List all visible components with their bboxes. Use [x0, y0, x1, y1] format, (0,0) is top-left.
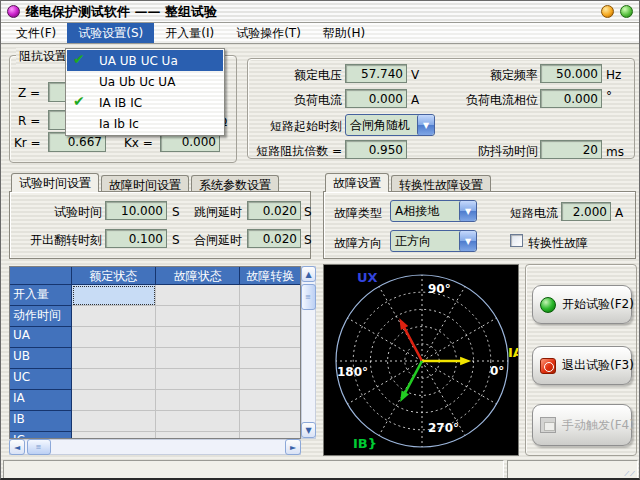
sc-start-combobox[interactable]: 合闸角随机 ▼ — [345, 114, 435, 136]
parameter-groupbox: 额定电压 57.740 V 额定频率 50.000 Hz 负荷电流 0.000 … — [247, 58, 635, 159]
manual-trigger-button[interactable]: 手动触发(F4) — [532, 404, 632, 446]
fault-dir-dropdown-arrow-icon[interactable]: ▼ — [459, 231, 476, 251]
vertical-scroll-thumb[interactable]: ≡ — [301, 284, 316, 310]
row-header[interactable]: UC — [10, 369, 72, 390]
close-button[interactable] — [620, 5, 633, 18]
menu-item-ia-ib-ic[interactable]: Ia Ib Ic — [67, 113, 223, 134]
ia-phasor-label: IA — [508, 345, 518, 360]
scroll-up-icon[interactable]: ▲ — [301, 266, 316, 282]
tab-test-time-settings[interactable]: 试验时间设置 — [11, 173, 99, 192]
menu-item-uaubuc-ua[interactable]: Ua Ub Uc UA — [67, 71, 223, 92]
menu-test-settings[interactable]: 试验设置(S) — [67, 23, 154, 43]
load-phase-field[interactable]: 0.000 — [540, 89, 602, 108]
table-cell[interactable] — [72, 306, 156, 327]
table-cell[interactable] — [156, 369, 240, 390]
flip-time-field[interactable]: 0.100 — [105, 229, 167, 248]
test-time-field[interactable]: 10.000 — [105, 201, 167, 220]
table-cell[interactable] — [72, 369, 156, 390]
menu-item-label: Ua Ub Uc UA — [99, 75, 175, 89]
table-horizontal-scrollbar[interactable] — [9, 439, 301, 455]
table-cell[interactable] — [156, 390, 240, 411]
debounce-field[interactable]: 20 — [540, 140, 602, 159]
table-cell[interactable] — [240, 432, 300, 439]
scroll-left-icon[interactable]: ◄ — [9, 439, 25, 455]
sc-start-value: 合闸角随机 — [346, 115, 417, 135]
action-buttons-groupbox: 开始试验(F2) 退出试验(F3) 手动触发(F4) — [525, 264, 637, 456]
table-cell[interactable] — [240, 390, 300, 411]
load-current-unit: A — [411, 93, 419, 107]
menu-help[interactable]: 帮助(H) — [312, 23, 376, 43]
menu-file[interactable]: 文件(F) — [5, 23, 67, 43]
table-cell[interactable] — [156, 348, 240, 369]
minimize-button[interactable] — [601, 5, 614, 18]
table-cell[interactable] — [240, 306, 300, 327]
table-cell-selected[interactable] — [72, 285, 156, 306]
row-header[interactable]: IC — [10, 432, 72, 439]
load-phase-label: 负荷电流相位 — [454, 92, 538, 109]
exit-test-button[interactable]: 退出试验(F3) — [532, 346, 632, 385]
rated-voltage-field[interactable]: 57.740 — [345, 64, 407, 83]
table-cell[interactable] — [156, 306, 240, 327]
convert-fault-checkbox[interactable] — [510, 234, 523, 247]
sc-start-dropdown-arrow-icon[interactable]: ▼ — [417, 115, 434, 135]
menu-item-label: UA UB UC Ua — [99, 54, 178, 68]
start-test-label: 开始试验(F2) — [562, 296, 634, 313]
menu-item-iaibic[interactable]: ✔ IA IB IC — [67, 92, 223, 113]
table-cell[interactable] — [72, 411, 156, 432]
scroll-right-icon[interactable]: ► — [285, 439, 301, 455]
title-bar: 继电保护测试软件 —— 整组试验 — [1, 1, 639, 23]
table-cell[interactable] — [72, 390, 156, 411]
scroll-down-icon[interactable]: ▼ — [301, 422, 316, 438]
resize-grip[interactable]: ⟋⟋ — [624, 470, 636, 478]
table-cell[interactable] — [240, 369, 300, 390]
sc-mult-field[interactable]: 0.950 — [345, 140, 407, 159]
row-header[interactable]: IB — [10, 411, 72, 432]
time-tabstrip: 试验时间设置 故障时间设置 系统参数设置 — [11, 173, 279, 192]
table-cell[interactable] — [240, 285, 300, 306]
table-cell[interactable] — [156, 411, 240, 432]
close-delay-field[interactable]: 0.020 — [247, 229, 301, 248]
table-cell[interactable] — [240, 348, 300, 369]
row-header[interactable]: UA — [10, 327, 72, 348]
table-cell[interactable] — [72, 432, 156, 439]
fault-type-dropdown-arrow-icon[interactable]: ▼ — [459, 201, 476, 221]
col-header-rated-state[interactable]: 额定状态 — [72, 267, 156, 285]
table-cell[interactable] — [72, 327, 156, 348]
fault-type-combobox[interactable]: A相接地 ▼ — [390, 200, 477, 222]
row-header[interactable]: UB — [10, 348, 72, 369]
phasor-arrows — [399, 318, 471, 402]
horizontal-scroll-thumb[interactable]: ≡ — [27, 439, 51, 455]
tab-fault-time-settings[interactable]: 故障时间设置 — [101, 175, 189, 192]
col-header-fault-convert[interactable]: 故障转换 — [240, 267, 300, 285]
tab-fault-settings[interactable]: 故障设置 — [325, 173, 389, 192]
sc-current-field[interactable]: 2.000 — [561, 202, 611, 221]
tab-convert-fault-settings[interactable]: 转换性故障设置 — [391, 175, 491, 192]
row-header[interactable]: 开入量 — [10, 285, 72, 306]
table-cell[interactable] — [156, 285, 240, 306]
fault-dir-combobox[interactable]: 正方向 ▼ — [390, 230, 477, 252]
table-cell[interactable] — [240, 327, 300, 348]
load-current-field[interactable]: 0.000 — [345, 89, 407, 108]
menu-item-label: Ia Ib Ic — [99, 117, 139, 131]
col-header-fault-state[interactable]: 故障状态 — [156, 267, 240, 285]
test-settings-dropdown-menu: ✔ UA UB UC Ua Ua Ub Uc UA ✔ IA IB IC Ia … — [65, 48, 225, 136]
table-cell[interactable] — [156, 327, 240, 348]
start-test-button[interactable]: 开始试验(F2) — [532, 285, 632, 324]
table-cell[interactable] — [240, 411, 300, 432]
ib-phasor-label: IB} — [353, 436, 377, 451]
rated-freq-label: 额定频率 — [454, 67, 538, 84]
rated-voltage-label: 额定电压 — [258, 67, 342, 84]
status-bar-left — [3, 460, 504, 479]
menu-item-uaubucua[interactable]: ✔ UA UB UC Ua — [67, 50, 223, 71]
debounce-label: 防抖动时间 — [454, 143, 538, 160]
menu-test-operation[interactable]: 试验操作(T) — [225, 23, 312, 43]
table-cell[interactable] — [72, 348, 156, 369]
row-header[interactable]: 动作时间 — [10, 306, 72, 327]
rated-freq-field[interactable]: 50.000 — [540, 64, 602, 83]
table-cell[interactable] — [156, 432, 240, 439]
menu-binary-input[interactable]: 开入量(I) — [154, 23, 225, 43]
tab-system-param-settings[interactable]: 系统参数设置 — [191, 175, 279, 192]
trip-delay-field[interactable]: 0.020 — [247, 201, 301, 220]
deg-270-label: 270° — [428, 421, 459, 435]
row-header[interactable]: IA — [10, 390, 72, 411]
